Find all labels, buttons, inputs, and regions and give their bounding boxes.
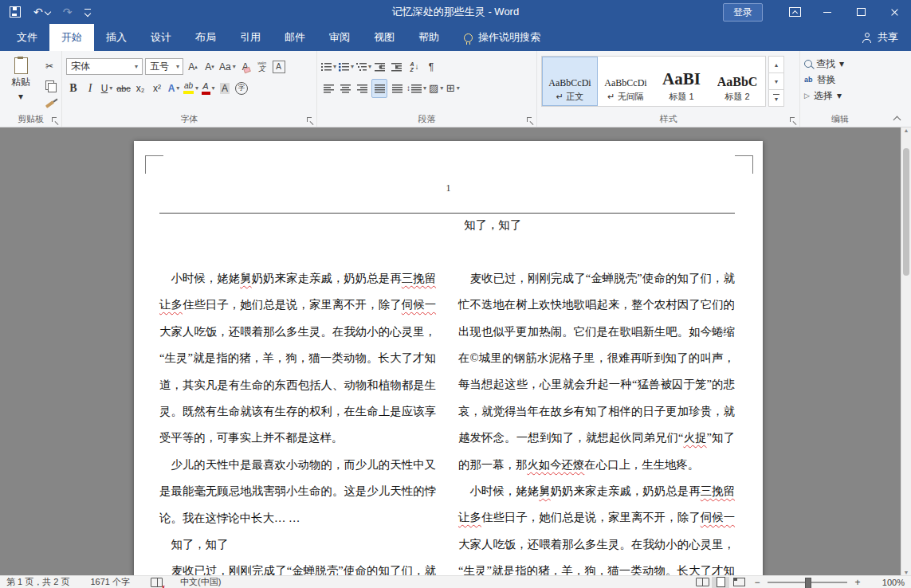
- style-name: ↵ 无间隔: [607, 91, 643, 103]
- change-case-button[interactable]: Aa▾: [219, 58, 236, 76]
- close-button[interactable]: [878, 0, 911, 24]
- shrink-font-button[interactable]: A▾: [202, 58, 217, 76]
- vertical-scrollbar[interactable]: ▲ ▼: [901, 127, 911, 575]
- format-painter-button[interactable]: [42, 96, 57, 112]
- character-border-button[interactable]: A: [272, 58, 286, 76]
- maximize-button[interactable]: [844, 0, 878, 24]
- ribbon-tab-引用[interactable]: 引用: [228, 24, 273, 51]
- word-count-status[interactable]: 1671 个字: [90, 576, 130, 588]
- styles-scroll-down-button[interactable]: ▾: [768, 73, 784, 90]
- highlight-button[interactable]: ab▾: [183, 80, 198, 97]
- style-card-标题 2[interactable]: AaBbC标题 2: [709, 57, 765, 106]
- tell-me-button[interactable]: 操作说明搜索: [464, 24, 540, 51]
- scroll-up-arrow-icon[interactable]: ▲: [904, 127, 909, 133]
- language-status[interactable]: 中文(中国): [180, 576, 221, 588]
- zoom-slider-thumb[interactable]: [805, 578, 811, 588]
- undo-button[interactable]: ↶: [33, 6, 50, 18]
- styles-more-button[interactable]: ▾: [768, 89, 784, 107]
- clear-formatting-button[interactable]: A: [238, 58, 253, 76]
- style-card-标题 1[interactable]: AaBI标题 1: [654, 57, 709, 106]
- copy-button[interactable]: [42, 77, 57, 93]
- borders-button[interactable]: ⊞▾: [446, 80, 460, 97]
- find-button[interactable]: 查找 ▾: [804, 56, 876, 72]
- zoom-slider[interactable]: [768, 582, 847, 583]
- person-icon: [862, 33, 872, 43]
- align-right-button[interactable]: [355, 80, 369, 97]
- zoom-out-button[interactable]: −: [752, 577, 763, 588]
- underline-button[interactable]: U▾: [100, 80, 114, 97]
- character-shading-button[interactable]: A: [218, 80, 232, 97]
- style-card-正文[interactable]: AaBbCcDi↵ 正文: [542, 57, 598, 106]
- document-paragraph[interactable]: 小时候，姥姥舅奶奶来家走亲戚，奶奶总是再三挽留让多住些日子，她们总是说，家里离不…: [159, 265, 436, 452]
- ribbon-tab-视图[interactable]: 视图: [362, 24, 406, 51]
- document-paragraph[interactable]: 知了，知了: [159, 531, 436, 558]
- strikethrough-button[interactable]: abc: [116, 80, 131, 97]
- align-center-button[interactable]: [338, 80, 352, 97]
- align-left-button[interactable]: [321, 80, 336, 97]
- share-button[interactable]: 共享: [862, 24, 898, 51]
- show-formatting-marks-button[interactable]: ¶: [424, 58, 438, 76]
- multilevel-list-button[interactable]: ▾: [356, 58, 371, 76]
- font-name-combobox[interactable]: 宋体 ▾: [66, 58, 143, 75]
- sign-in-button[interactable]: 登录: [723, 3, 763, 22]
- enclose-characters-button[interactable]: 字: [234, 80, 249, 97]
- decrease-indent-button[interactable]: [374, 58, 388, 76]
- document-page[interactable]: 1 小时候，姥姥舅奶奶来家走亲戚，奶奶总是再三挽留让多住些日子，她们总是说，家里…: [134, 141, 763, 575]
- customize-quick-access-button[interactable]: [84, 9, 91, 16]
- font-size-combobox[interactable]: 五号 ▾: [145, 58, 183, 75]
- styles-scroll-up-button[interactable]: ▴: [768, 56, 784, 73]
- subscript-button[interactable]: x₂: [133, 80, 147, 97]
- document-title[interactable]: 知了，知了: [458, 212, 735, 238]
- zoom-in-button[interactable]: +: [852, 577, 863, 588]
- increase-indent-button[interactable]: [391, 58, 405, 76]
- italic-button[interactable]: I: [83, 80, 97, 97]
- ribbon-tab-设计[interactable]: 设计: [139, 24, 183, 51]
- web-layout-button[interactable]: [730, 577, 748, 588]
- justify-button[interactable]: [371, 79, 387, 98]
- paragraph-dialog-launcher[interactable]: [527, 117, 534, 124]
- line-spacing-button[interactable]: ↕▾: [406, 80, 426, 97]
- save-button[interactable]: [10, 6, 21, 18]
- distribute-button[interactable]: [390, 80, 404, 97]
- paste-button[interactable]: 粘贴 ▾: [4, 56, 37, 112]
- proofing-status-icon[interactable]: [151, 578, 163, 587]
- bullets-button[interactable]: ▾: [321, 58, 336, 76]
- style-card-无间隔[interactable]: AaBbCcDi↵ 无间隔: [598, 57, 654, 106]
- font-color-button[interactable]: A▾: [201, 80, 215, 97]
- font-dialog-launcher[interactable]: [307, 117, 314, 124]
- collapse-ribbon-button[interactable]: [892, 115, 901, 123]
- read-mode-button[interactable]: [693, 577, 711, 588]
- ribbon-tab-审阅[interactable]: 审阅: [317, 24, 362, 51]
- clipboard-dialog-launcher[interactable]: [52, 117, 59, 124]
- redo-button[interactable]: ↷: [63, 6, 73, 18]
- ribbon-tab-布局[interactable]: 布局: [183, 24, 228, 51]
- sort-button[interactable]: AZ↓: [407, 58, 422, 76]
- select-button[interactable]: ▷ 选择 ▾: [804, 88, 876, 104]
- document-paragraph[interactable]: 少儿的天性中是最喜欢小动物的，而少儿的天性中又是最能毫无顾忌地戕害弱小生命的。这…: [159, 452, 436, 531]
- shading-button[interactable]: ▨▾: [429, 80, 443, 97]
- styles-dialog-launcher[interactable]: [790, 117, 797, 124]
- text-effects-button[interactable]: A▾: [167, 80, 181, 97]
- grow-font-button[interactable]: A▴: [186, 58, 200, 76]
- numbering-button[interactable]: ▾: [339, 58, 354, 76]
- superscript-button[interactable]: x²: [150, 80, 164, 97]
- ribbon-tab-邮件[interactable]: 邮件: [273, 24, 317, 51]
- document-paragraph[interactable]: 麦收已过，刚刚完成了“金蝉脱壳”使命的知了们，就忙不迭地在树上欢快地歌唱起来，整…: [458, 265, 735, 478]
- bold-button[interactable]: B: [66, 80, 80, 97]
- replace-button[interactable]: ab 替换: [804, 72, 876, 88]
- print-layout-button[interactable]: [712, 577, 729, 588]
- scroll-down-arrow-icon[interactable]: ▼: [904, 570, 909, 575]
- ribbon-tab-帮助[interactable]: 帮助: [406, 24, 451, 51]
- minimize-button[interactable]: [811, 0, 844, 24]
- page-info-status[interactable]: 第 1 页，共 2 页: [6, 576, 69, 588]
- phonetic-guide-button[interactable]: wén文: [255, 58, 269, 76]
- ribbon-display-options-button[interactable]: [779, 0, 811, 24]
- document-paragraph[interactable]: 小时候，姥姥舅奶奶来家走亲戚，奶奶总是再三挽留让多住些日子，她们总是说，家里离不…: [458, 478, 735, 575]
- zoom-percentage[interactable]: 100%: [871, 578, 905, 587]
- document-paragraph[interactable]: 麦收已过，刚刚完成了“金蝉脱壳”使命的知了们，就忙: [159, 558, 436, 575]
- ribbon-tab-开始[interactable]: 开始: [49, 24, 94, 51]
- ribbon-tab-文件[interactable]: 文件: [5, 24, 49, 51]
- ribbon-tab-插入[interactable]: 插入: [94, 24, 139, 51]
- cut-button[interactable]: ✂: [42, 58, 57, 74]
- scrollbar-thumb[interactable]: [903, 148, 909, 276]
